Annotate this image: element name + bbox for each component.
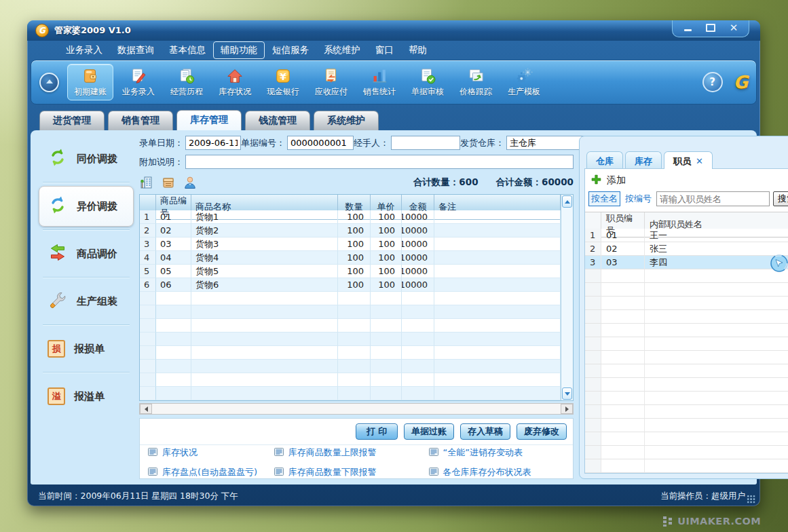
staff-row[interactable]: 101王一: [585, 229, 788, 242]
print-button[interactable]: 打 印: [356, 423, 398, 440]
sidebar-item-1[interactable]: 异价调拨: [39, 186, 134, 227]
report-link-3[interactable]: 库存盘点(自动盘盈盘亏): [148, 466, 274, 478]
toolbar-item-9[interactable]: 生产模板: [501, 64, 547, 100]
staff-row[interactable]: [585, 269, 788, 283]
warehouse-icon[interactable]: [139, 175, 154, 190]
menu-item-0[interactable]: 业务录入: [58, 41, 110, 59]
table-row[interactable]: 404货物410010010000: [140, 251, 561, 265]
tab-4[interactable]: 系统维护: [314, 111, 379, 130]
discard-button[interactable]: 废弃修改: [517, 423, 567, 440]
staff-row[interactable]: [585, 392, 788, 405]
table-row[interactable]: 101货物110010010000: [140, 210, 561, 224]
staff-row[interactable]: [585, 364, 788, 378]
toolbar-item-3[interactable]: 库存状况: [212, 64, 258, 100]
staff-row[interactable]: [585, 378, 788, 392]
report-link-0[interactable]: 库存状况: [148, 446, 274, 459]
toolbar-item-4[interactable]: ¥现金银行: [260, 64, 306, 100]
goods-icon[interactable]: [161, 175, 176, 190]
report-link-5[interactable]: 各仓库库存分布状况表: [429, 466, 565, 478]
sidebar-item-2[interactable]: 商品调价: [39, 233, 134, 274]
panel-tab-0[interactable]: 仓库: [586, 151, 623, 168]
toolbar-item-6[interactable]: 销售统计: [356, 64, 402, 100]
staff-row[interactable]: [585, 297, 788, 310]
menu-item-7[interactable]: 帮助: [401, 41, 434, 59]
staff-row[interactable]: [585, 351, 788, 364]
items-horizontal-scrollbar[interactable]: [139, 403, 574, 415]
table-row[interactable]: 303货物310010010000: [140, 238, 561, 251]
scroll-up-button[interactable]: [562, 195, 572, 208]
staff-row[interactable]: [585, 337, 788, 351]
resize-grip[interactable]: [747, 495, 755, 504]
handler-input[interactable]: [391, 136, 460, 150]
maximize-button[interactable]: [705, 23, 716, 33]
tab-1[interactable]: 销售管理: [108, 111, 173, 130]
collapse-toolbar-button[interactable]: [39, 73, 59, 92]
note-input[interactable]: [185, 155, 574, 169]
table-row[interactable]: [140, 346, 561, 360]
save-draft-button[interactable]: 存入草稿: [460, 423, 510, 440]
menu-item-5[interactable]: 系统维护: [316, 41, 368, 59]
table-row[interactable]: [140, 292, 561, 305]
table-row[interactable]: [140, 373, 561, 387]
table-row[interactable]: [140, 305, 561, 319]
menu-item-4[interactable]: 短信服务: [265, 41, 316, 59]
panel-tab-2[interactable]: 职员✕: [664, 151, 713, 169]
report-link-2[interactable]: “全能”进销存变动表: [429, 446, 565, 459]
staff-row[interactable]: [585, 283, 788, 297]
menu-item-3[interactable]: 辅助功能: [213, 41, 265, 59]
search-button[interactable]: 搜索: [773, 191, 788, 206]
scroll-down-button[interactable]: [562, 387, 572, 400]
toolbar-item-0[interactable]: 初期建账: [67, 64, 113, 100]
entry-date-input[interactable]: [185, 136, 241, 150]
report-link-4[interactable]: 库存商品数量下限报警: [274, 466, 429, 478]
doc-number-input[interactable]: [287, 136, 354, 150]
staff-row[interactable]: [585, 446, 788, 459]
staff-row[interactable]: [585, 419, 788, 432]
scroll-track[interactable]: [561, 208, 573, 387]
staff-row[interactable]: 202张三: [585, 242, 788, 256]
menu-item-6[interactable]: 窗口: [368, 41, 401, 59]
staff-icon[interactable]: [183, 175, 198, 190]
toolbar-item-1[interactable]: 业务录入: [115, 64, 162, 100]
scroll-right-button[interactable]: [561, 404, 573, 414]
toolbar-item-8[interactable]: 价格跟踪: [453, 64, 499, 100]
filter-by-name-button[interactable]: 按全名: [588, 191, 620, 206]
minimize-button[interactable]: [682, 23, 693, 33]
toolbar-item-7[interactable]: 单据审核: [405, 64, 451, 100]
table-row[interactable]: [140, 319, 561, 332]
report-link-1[interactable]: 库存商品数量上限报警: [274, 446, 429, 459]
panel-tab-1[interactable]: 库存: [625, 151, 662, 168]
help-icon[interactable]: ?: [702, 72, 723, 92]
tab-2[interactable]: 库存管理: [176, 110, 242, 130]
staff-row[interactable]: 303李四: [585, 256, 788, 269]
toolbar-item-5[interactable]: 应收应付: [308, 64, 354, 100]
table-row[interactable]: 202货物210010010000: [140, 224, 561, 238]
add-staff-button[interactable]: 添加: [585, 169, 788, 191]
sidebar-item-4[interactable]: 损报损单: [39, 328, 134, 369]
sidebar-item-3[interactable]: 生产组装: [39, 281, 134, 322]
menu-item-1[interactable]: 数据查询: [110, 41, 162, 59]
toolbar-item-2[interactable]: 经营历程: [164, 64, 210, 100]
sidebar-item-5[interactable]: 溢报溢单: [39, 376, 134, 417]
table-row[interactable]: 606货物610010010000: [140, 278, 561, 292]
scroll-left-button[interactable]: [140, 404, 152, 414]
tab-3[interactable]: 钱流管理: [245, 111, 310, 130]
table-row[interactable]: [140, 387, 561, 400]
table-row[interactable]: [140, 360, 561, 373]
table-row[interactable]: 505货物510010010000: [140, 265, 561, 278]
staff-search-input[interactable]: [656, 191, 770, 206]
items-vertical-scrollbar[interactable]: [561, 195, 573, 400]
staff-row[interactable]: [585, 405, 788, 419]
filter-by-code-button[interactable]: 按编号: [624, 192, 653, 206]
staff-row[interactable]: [585, 324, 788, 337]
tab-0[interactable]: 进货管理: [39, 111, 105, 130]
menu-item-2[interactable]: 基本信息: [162, 41, 213, 59]
tab-close-icon[interactable]: ✕: [696, 156, 703, 166]
close-button[interactable]: ✕: [728, 23, 739, 33]
staff-row[interactable]: [585, 432, 788, 446]
staff-row[interactable]: [585, 459, 788, 473]
sidebar-item-0[interactable]: 同价调拨: [39, 138, 134, 179]
table-row[interactable]: [140, 332, 561, 346]
staff-row[interactable]: [585, 310, 788, 324]
post-button[interactable]: 单据过账: [404, 423, 454, 440]
